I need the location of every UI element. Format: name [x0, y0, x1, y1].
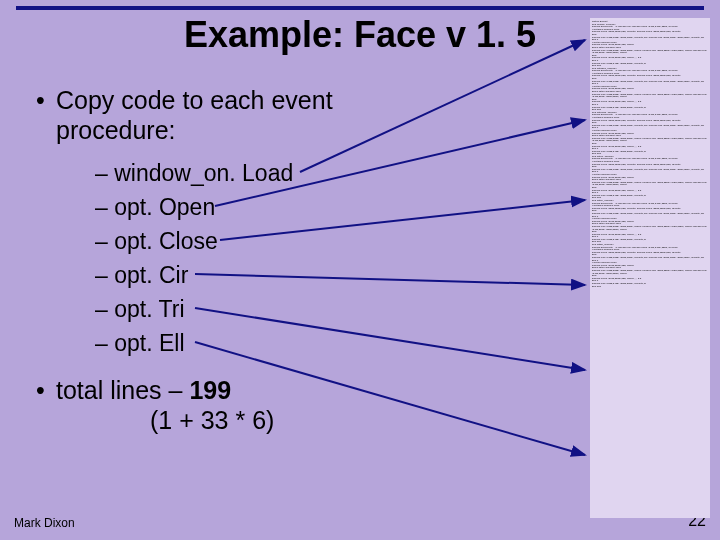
- item-2: opt. Close: [114, 228, 218, 254]
- bullet-copy-line2: procedure:: [56, 116, 176, 145]
- arrow-onload: [300, 40, 585, 172]
- list-item: opt. Tri: [95, 296, 185, 323]
- bullet-total: •total lines – 199: [56, 376, 231, 405]
- list-item: opt. Ell: [95, 330, 185, 357]
- footer-author: Mark Dixon: [14, 516, 75, 530]
- item-0: window_on. Load: [114, 160, 293, 186]
- list-item: opt. Close: [95, 228, 218, 255]
- copy-line2-text: procedure:: [56, 116, 176, 144]
- code-snippet: Option Explicit Sub window_onLoad() picF…: [592, 20, 708, 287]
- total-value: 199: [189, 376, 231, 404]
- list-item: opt. Cir: [95, 262, 188, 289]
- total-label: total lines –: [56, 376, 189, 404]
- bullet-copy-line1: •Copy code to each event: [56, 86, 333, 115]
- arrow-optell: [195, 342, 585, 455]
- item-4: opt. Tri: [114, 296, 184, 322]
- arrow-optclose: [220, 200, 585, 240]
- list-item: opt. Open: [95, 194, 215, 221]
- item-3: opt. Cir: [114, 262, 188, 288]
- code-panel: Option Explicit Sub window_onLoad() picF…: [590, 18, 710, 518]
- top-rule: [16, 6, 704, 10]
- formula-text: (1 + 33 * 6): [150, 406, 274, 435]
- item-5: opt. Ell: [114, 330, 184, 356]
- arrow-optcir: [195, 274, 585, 285]
- item-1: opt. Open: [114, 194, 215, 220]
- list-item: window_on. Load: [95, 160, 293, 187]
- arrow-opttri: [195, 308, 585, 370]
- copy-line1-text: Copy code to each event: [56, 86, 333, 114]
